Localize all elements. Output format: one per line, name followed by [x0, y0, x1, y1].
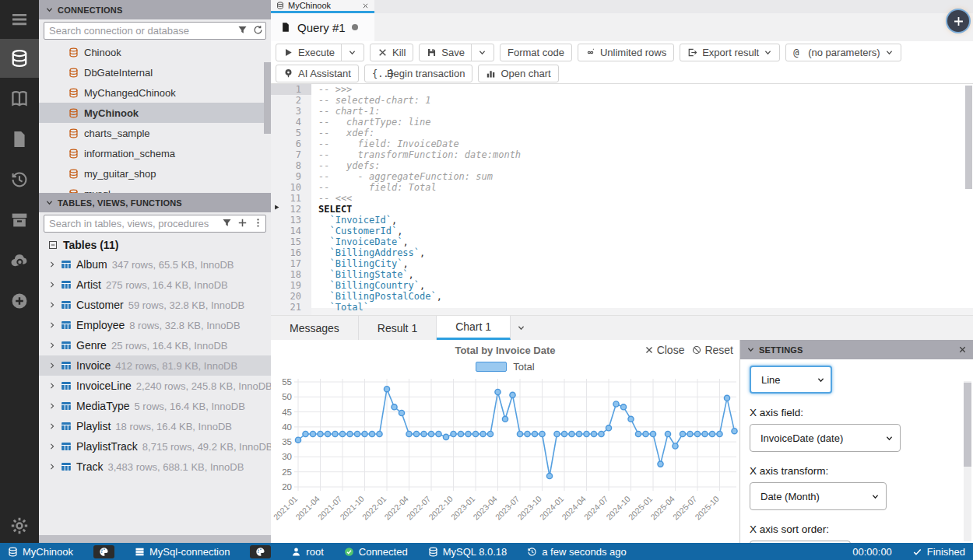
connection-item-mysql[interactable]: mysql: [39, 184, 271, 193]
filter-icon[interactable]: [222, 218, 232, 228]
table-item-Invoice[interactable]: Invoice412 rows, 81.9 KB, InnoDB: [39, 355, 271, 376]
open-chart-button[interactable]: Open chart: [478, 65, 558, 82]
x-axis-sort-select[interactable]: [750, 541, 851, 543]
tables-header[interactable]: TABLES, VIEWS, FUNCTIONS: [39, 193, 271, 212]
table-item-Genre[interactable]: Genre25 rows, 16.4 KB, InnoDB: [39, 335, 271, 355]
chevron-right-icon[interactable]: [48, 422, 56, 430]
export-result-button[interactable]: Export result: [680, 44, 780, 61]
result-tab-chart-1[interactable]: Chart 1: [437, 316, 511, 340]
filter-icon[interactable]: [237, 25, 248, 35]
button-label: (no parameters): [808, 47, 880, 58]
refresh-icon[interactable]: [253, 25, 263, 35]
tab-group-mychinook[interactable]: MyChinook: [271, 0, 374, 13]
tables-group-row[interactable]: Tables (11): [39, 235, 271, 254]
close-icon[interactable]: [362, 2, 369, 9]
statusbar-item-theme[interactable]: [93, 545, 114, 558]
chevron-down-icon[interactable]: [478, 48, 486, 57]
add-icon[interactable]: [237, 218, 248, 228]
ai-assistant-button[interactable]: AI Assistant: [276, 65, 359, 82]
settings-panel-header[interactable]: SETTINGS: [740, 340, 973, 359]
chart-type-select[interactable]: Line: [750, 366, 832, 394]
table-item-Artist[interactable]: Artist275 rows, 16.4 KB, InnoDB: [39, 275, 271, 295]
connection-label: DbGateInternal: [84, 67, 153, 79]
data-point: [502, 416, 508, 422]
data-point: [413, 431, 419, 436]
database-icon: [276, 2, 284, 9]
iconbar-settings-button[interactable]: [0, 516, 39, 535]
left-panel-horizontal-scrollbar[interactable]: [39, 535, 271, 543]
connection-item-DbGateInternal[interactable]: DbGateInternal: [39, 62, 271, 82]
unlimited-rows-button[interactable]: Unlimited rows: [578, 44, 674, 61]
chevron-down-icon[interactable]: [885, 48, 894, 57]
kill-button[interactable]: Kill: [370, 44, 413, 61]
menu-icon: [10, 10, 29, 29]
chevron-right-icon[interactable]: [48, 362, 56, 369]
connections-search-input[interactable]: [44, 22, 266, 40]
iconbar-button-file[interactable]: [0, 120, 39, 159]
chevron-right-icon[interactable]: [48, 321, 56, 329]
table-item-Playlist[interactable]: Playlist18 rows, 16.4 KB, InnoDB: [39, 416, 271, 436]
connections-header[interactable]: CONNECTIONS: [39, 0, 271, 19]
table-item-Album[interactable]: Album347 rows, 65.5 KB, InnoDB: [39, 254, 271, 275]
connection-item-MyChangedChinook[interactable]: MyChangedChinook: [39, 82, 271, 103]
execute-button[interactable]: Execute: [276, 44, 364, 61]
chevron-right-icon[interactable]: [48, 301, 56, 309]
book-icon: [10, 89, 29, 108]
connection-item-MyChinook[interactable]: MyChinook: [39, 103, 271, 123]
table-item-PlaylistTrack[interactable]: PlaylistTrack8,715 rows, 49.2 KB, InnoDB: [39, 436, 271, 457]
kebab-menu-icon[interactable]: [253, 218, 263, 228]
chevron-down-icon[interactable]: [764, 48, 772, 57]
chevron-right-icon[interactable]: [48, 443, 56, 450]
result-tab-result-1[interactable]: Result 1: [359, 316, 437, 340]
line-number: 18: [271, 269, 311, 280]
chevron-right-icon[interactable]: [48, 463, 56, 471]
connections-scrollbar[interactable]: [264, 62, 271, 134]
connection-item-charts_sample[interactable]: charts_sample: [39, 123, 271, 143]
table-name: Track: [76, 460, 103, 473]
x-axis-transform-select[interactable]: Date (Month): [750, 482, 887, 510]
line-number: 9: [271, 171, 311, 182]
chevron-right-icon[interactable]: [48, 402, 56, 410]
iconbar-button-menu[interactable]: [0, 0, 39, 39]
connection-item-information_schema[interactable]: information_schema: [39, 143, 271, 163]
close-icon[interactable]: [958, 345, 967, 354]
data-point: [399, 410, 404, 415]
table-item-MediaType[interactable]: MediaType5 rows, 16.4 KB, InnoDB: [39, 396, 271, 416]
table-item-Track[interactable]: Track3,483 rows, 688.1 KB, InnoDB: [39, 457, 271, 477]
chevron-right-icon[interactable]: [48, 281, 56, 289]
begin-transaction-button[interactable]: {..}Begin transaction: [364, 65, 472, 82]
tab-query-1[interactable]: Query #1: [271, 13, 374, 41]
statusbar-item-theme[interactable]: [250, 545, 271, 558]
chevron-right-icon[interactable]: [48, 261, 56, 268]
editor-vertical-scrollbar[interactable]: [965, 86, 972, 189]
connection-item-Chinook[interactable]: Chinook: [39, 42, 271, 62]
result-tab-messages[interactable]: Messages: [271, 316, 359, 340]
result-tabs-dropdown[interactable]: [511, 316, 531, 340]
iconbar-button-cloud-search[interactable]: [0, 241, 39, 280]
settings-scrollbar-thumb[interactable]: [964, 383, 971, 467]
new-tab-button[interactable]: [947, 10, 969, 32]
chevron-right-icon[interactable]: [48, 382, 56, 390]
connection-item-my_guitar_shop[interactable]: my_guitar_shop: [39, 163, 271, 184]
code-text: -- xdef:: [311, 128, 374, 138]
table-item-Employee[interactable]: Employee8 rows, 32.8 KB, InnoDB: [39, 315, 271, 335]
data-point: [332, 431, 338, 436]
iconbar-button-database[interactable]: [0, 39, 39, 78]
iconbar-button-book[interactable]: [0, 79, 39, 118]
table-name: Genre: [76, 339, 107, 352]
iconbar-button-archive[interactable]: [0, 201, 39, 240]
x-axis-field-select[interactable]: InvoiceDate (date): [750, 424, 901, 452]
table-item-InvoiceLine[interactable]: InvoiceLine2,240 rows, 245.8 KB, InnoDB: [39, 376, 271, 396]
sql-editor[interactable]: 1-- >>>2-- selected-chart: 13-- chart-1:…: [271, 83, 973, 315]
-no-parameters--button[interactable]: @(no parameters): [785, 44, 901, 61]
iconbar-button-history[interactable]: [0, 160, 39, 199]
chevron-down-icon[interactable]: [348, 48, 357, 57]
save-button[interactable]: Save: [419, 44, 494, 61]
chart-reset-button[interactable]: Reset: [692, 344, 733, 356]
format-code-button[interactable]: Format code: [500, 44, 572, 61]
table-item-Customer[interactable]: Customer59 rows, 32.8 KB, InnoDB: [39, 295, 271, 315]
iconbar-button-plus-circle[interactable]: [0, 282, 39, 320]
chart-close-button[interactable]: Close: [645, 344, 685, 356]
data-point: [724, 395, 729, 401]
chevron-right-icon[interactable]: [48, 341, 56, 349]
